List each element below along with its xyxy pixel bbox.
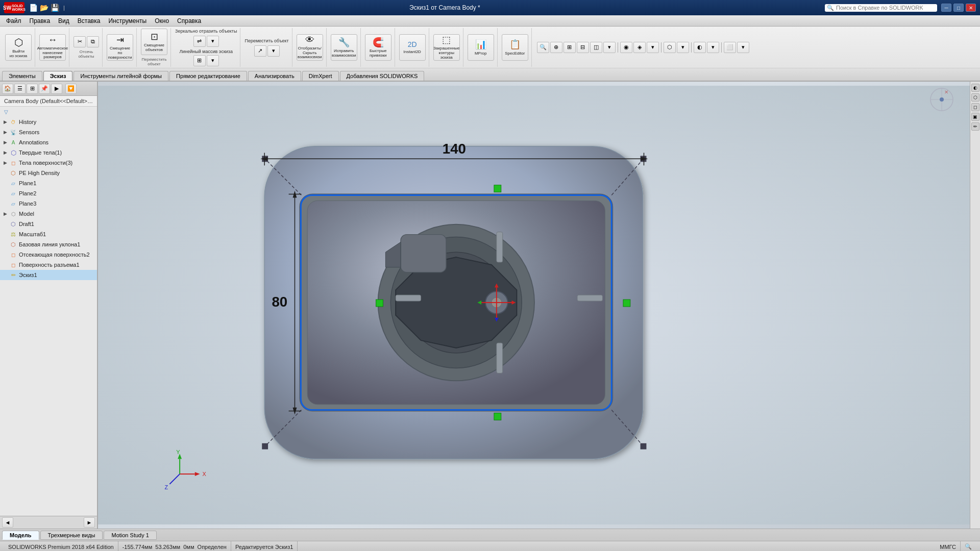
viewport[interactable]: 140 80 X Y Z: [98, 82, 970, 529]
tree-item-sensors[interactable]: ▶ 📡 Sensors: [0, 127, 97, 137]
tree-item-split-surface1[interactable]: ▶ ◻ Поверхность разъема1: [0, 260, 97, 270]
view-btn-5[interactable]: ◫: [590, 42, 602, 53]
panel-btn-arrow-right[interactable]: ▶: [51, 84, 62, 94]
search-input[interactable]: [836, 5, 923, 11]
new-icon[interactable]: 📄: [29, 3, 38, 12]
tree-item-cut-surface2[interactable]: ▶ ◻ Отсекающая поверхность2: [0, 249, 97, 260]
menu-file[interactable]: Файл: [2, 16, 26, 26]
panel-btn-list[interactable]: ☰: [14, 84, 26, 94]
auto-dimension-button[interactable]: ↔ Автоматическоенанесениеразмеров: [39, 34, 66, 61]
tree-item-scale1[interactable]: ▶ ⚖ Масштаб1: [0, 229, 97, 239]
bottom-tab-model[interactable]: Модель: [2, 531, 39, 540]
tree-item-baseline[interactable]: ▶ ⬡ Базовая линия уклона1: [0, 239, 97, 249]
right-btn-3[interactable]: ◻: [971, 103, 979, 111]
fast-snaps-button[interactable]: 🧲 Быстрыепривязки: [365, 34, 391, 61]
tree-item-draft1[interactable]: ▶ ⬡ Draft1: [0, 219, 97, 229]
expand-model[interactable]: ▶: [2, 211, 8, 217]
tree-filter-row[interactable]: ▽: [0, 107, 97, 117]
tab-addons[interactable]: Добавления SOLIDWORKS: [340, 71, 425, 81]
tree-item-history[interactable]: ▶ ⏱ History: [0, 117, 97, 127]
panel-btn-filter[interactable]: 🔽: [65, 84, 77, 94]
menu-tools[interactable]: Инструменты: [104, 16, 151, 26]
view-btn-2[interactable]: ⊕: [550, 42, 562, 53]
minimize-button[interactable]: ─: [941, 4, 951, 12]
right-btn-1[interactable]: ◐: [971, 84, 979, 92]
menu-insert[interactable]: Вставка: [74, 16, 105, 26]
tab-analyze[interactable]: Анализировать: [248, 71, 301, 81]
open-icon[interactable]: 📂: [39, 3, 48, 12]
cut-objects-button[interactable]: ✂: [74, 36, 86, 47]
tree-item-surface-bodies[interactable]: ▶ ◻ Тела поверхности(3): [0, 158, 97, 168]
close-button[interactable]: ✕: [966, 4, 976, 12]
closed-contour-button[interactable]: ⬚ Закрашенныеконтурыэскиза: [433, 34, 460, 61]
view-btn-15[interactable]: ▾: [737, 42, 749, 53]
offset-objects-button[interactable]: ⊡ Смещениеобъектов: [141, 29, 167, 55]
search-box[interactable]: 🔍: [825, 4, 937, 12]
tab-casting[interactable]: Инструменты литейной формы: [74, 71, 168, 81]
panel-btn-pin[interactable]: 📌: [39, 84, 50, 94]
move-object-button[interactable]: ↗: [254, 45, 266, 57]
instant2d-button[interactable]: 2D Instant2D: [399, 34, 426, 61]
expand-surface[interactable]: ▶: [2, 160, 8, 166]
maximize-button[interactable]: □: [953, 4, 964, 12]
title-bar: SW SOLIDWORKS 📄 📂 💾 | Эскиз1 от Camera B…: [0, 0, 980, 15]
panel-btn-grid[interactable]: ⊞: [27, 84, 38, 94]
exit-sketch-button[interactable]: ⬡ Выйтииз эскиза: [5, 34, 32, 61]
tree-item-annotations[interactable]: ▶ A Annotations: [0, 137, 97, 147]
expand-sensors[interactable]: ▶: [2, 129, 8, 135]
view-btn-1[interactable]: 🔍: [537, 42, 549, 53]
view-btn-3[interactable]: ⊞: [564, 42, 576, 53]
bottom-tab-motion-study[interactable]: Motion Study 1: [104, 531, 156, 540]
tree-item-solid-bodies[interactable]: ▶ ⬡ Твердые тела(1): [0, 147, 97, 158]
view-btn-7[interactable]: ◉: [620, 42, 632, 53]
tree-item-plane3[interactable]: ▶ ▱ Plane3: [0, 198, 97, 209]
linear-array-button[interactable]: ⊞: [193, 55, 206, 66]
menu-window[interactable]: Окно: [151, 16, 173, 26]
tree-item-pe-high-density[interactable]: ▶ ⬡ PE High Density: [0, 168, 97, 178]
tab-sketch[interactable]: Эскиз: [43, 71, 73, 81]
expand-annotations[interactable]: ▶: [2, 139, 8, 145]
expand-solid[interactable]: ▶: [2, 149, 8, 156]
tree-item-sketch1[interactable]: ▶ ✏ Эскиз1: [0, 270, 97, 280]
tree-item-plane1[interactable]: ▶ ▱ Plane1: [0, 178, 97, 188]
tab-direct-edit[interactable]: Прямое редактирование: [169, 71, 247, 81]
mprop-button[interactable]: 📊 MProp: [468, 34, 494, 61]
mirror-dropdown[interactable]: ▾: [207, 36, 219, 47]
view-btn-14[interactable]: ⬜: [724, 42, 736, 53]
view-btn-6[interactable]: ▾: [603, 42, 616, 53]
bottom-tab-3d-views[interactable]: Трехмерные виды: [40, 531, 103, 540]
menu-help[interactable]: Справка: [173, 16, 205, 26]
separator: [618, 42, 618, 53]
panel-btn-home[interactable]: 🏠: [2, 84, 13, 94]
show-hide-button[interactable]: 👁 Отобразить/Скрытьвзаимосвязи: [297, 34, 323, 61]
right-btn-4[interactable]: ▣: [971, 113, 979, 121]
menu-view[interactable]: Вид: [54, 16, 74, 26]
orientation-gizmo[interactable]: ✕: [929, 87, 954, 112]
offset-surface-button[interactable]: ⇥ Смещениепоповерхности: [107, 34, 133, 61]
fix-relations-button[interactable]: 🔧 Исправитьвзаимосвязи: [331, 34, 357, 61]
view-btn-8[interactable]: ◈: [633, 42, 646, 53]
tab-elements[interactable]: Элементы: [2, 71, 42, 81]
view-btn-13[interactable]: ▾: [707, 42, 719, 53]
mirror-button[interactable]: ⇌: [193, 36, 206, 47]
spec-editor-button[interactable]: 📋 SpecEditor: [502, 34, 528, 61]
view-btn-4[interactable]: ⊟: [577, 42, 589, 53]
linear-dropdown[interactable]: ▾: [207, 55, 219, 66]
view-btn-11[interactable]: ▾: [677, 42, 689, 53]
right-btn-2[interactable]: ⬡: [971, 93, 979, 102]
tree-item-plane2[interactable]: ▶ ▱ Plane2: [0, 188, 97, 198]
right-btn-5[interactable]: ✏: [971, 122, 979, 131]
save-icon[interactable]: 💾: [50, 3, 59, 12]
move-dropdown[interactable]: ▾: [267, 45, 280, 57]
scroll-left-btn[interactable]: ◄: [2, 517, 13, 528]
cut-label: Отсечьобъекты: [78, 49, 94, 59]
tree-item-model[interactable]: ▶ ⬡ Model: [0, 209, 97, 219]
view-btn-12[interactable]: ◐: [694, 42, 706, 53]
transform-objects-button[interactable]: ⧉: [87, 36, 99, 47]
tab-dimxpert[interactable]: DimXpert: [302, 71, 339, 81]
view-btn-10[interactable]: ⬡: [664, 42, 676, 53]
scroll-right-btn[interactable]: ►: [84, 517, 95, 528]
menu-edit[interactable]: Правка: [26, 16, 55, 26]
view-btn-9[interactable]: ▾: [647, 42, 659, 53]
expand-history[interactable]: ▶: [2, 119, 8, 125]
